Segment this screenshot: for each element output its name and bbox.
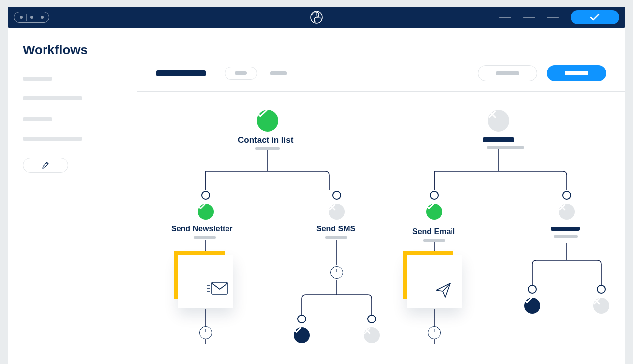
node-label: Send SMS	[316, 225, 355, 233]
node-label: Contact in list	[238, 136, 293, 145]
branch-connector	[367, 315, 376, 323]
step-badge-no[interactable]	[329, 204, 345, 220]
node-label-redacted	[483, 137, 514, 142]
step-badge-yes[interactable]	[198, 204, 214, 220]
node-subtitle	[423, 239, 445, 242]
branch-connector	[201, 191, 210, 200]
branch-connector	[597, 285, 606, 294]
check-icon	[198, 204, 206, 210]
delay-node[interactable]	[428, 326, 441, 339]
node-label-redacted	[551, 227, 580, 231]
node-label: Send Email	[412, 228, 455, 236]
workflow-canvas[interactable]: Contact in list Send Newsletter	[137, 92, 625, 364]
delay-node[interactable]	[199, 326, 212, 339]
step-badge-yes[interactable]	[426, 204, 442, 220]
check-icon	[294, 327, 302, 333]
x-icon	[593, 298, 600, 305]
sidebar-title: Workflows	[23, 43, 122, 58]
trigger-badge[interactable]	[257, 110, 278, 132]
node-subtitle	[487, 146, 524, 149]
primary-button[interactable]	[547, 65, 606, 81]
x-icon	[364, 327, 371, 334]
window-controls[interactable]	[14, 12, 49, 23]
tab-active[interactable]	[156, 70, 206, 76]
secondary-button[interactable]	[478, 65, 537, 81]
confirm-button[interactable]	[571, 10, 619, 24]
svg-rect-1	[212, 282, 227, 294]
node-subtitle	[554, 235, 578, 238]
check-icon	[426, 204, 434, 210]
node-subtitle	[255, 147, 280, 150]
section-header	[137, 28, 625, 92]
terminal-badge-yes[interactable]	[524, 298, 540, 314]
topbar-action-2[interactable]	[523, 17, 535, 18]
action-card-newsletter[interactable]	[178, 255, 233, 308]
x-icon	[488, 110, 497, 119]
step-badge-no[interactable]	[559, 204, 575, 220]
check-icon	[257, 110, 268, 118]
x-icon	[329, 204, 336, 211]
branch-connector	[430, 191, 439, 200]
sidebar-item[interactable]	[23, 117, 122, 141]
pencil-icon	[42, 161, 49, 169]
tab-chip[interactable]	[225, 67, 257, 80]
trigger-badge-disabled[interactable]	[488, 110, 509, 132]
action-card-email[interactable]	[407, 255, 462, 308]
branch-connector	[332, 191, 341, 200]
delay-node[interactable]	[330, 266, 343, 279]
node-subtitle	[325, 236, 347, 239]
node-label: Send Newsletter	[171, 225, 232, 233]
topbar-action-3[interactable]	[547, 17, 559, 18]
check-icon	[524, 298, 532, 304]
sidebar: Workflows	[8, 28, 137, 364]
tab-small[interactable]	[270, 71, 287, 75]
brand-logo	[310, 10, 323, 24]
sidebar-item[interactable]	[23, 77, 122, 100]
terminal-badge-yes[interactable]	[294, 327, 310, 343]
branch-connector	[297, 315, 306, 323]
terminal-badge-no[interactable]	[593, 298, 609, 314]
branch-connector	[528, 285, 537, 294]
node-subtitle	[194, 236, 216, 239]
terminal-badge-no[interactable]	[364, 327, 380, 343]
edit-button[interactable]	[23, 158, 68, 173]
branch-connector	[562, 191, 571, 200]
x-icon	[559, 204, 566, 211]
topbar-action-1[interactable]	[499, 17, 511, 18]
app-top-bar	[8, 7, 625, 28]
